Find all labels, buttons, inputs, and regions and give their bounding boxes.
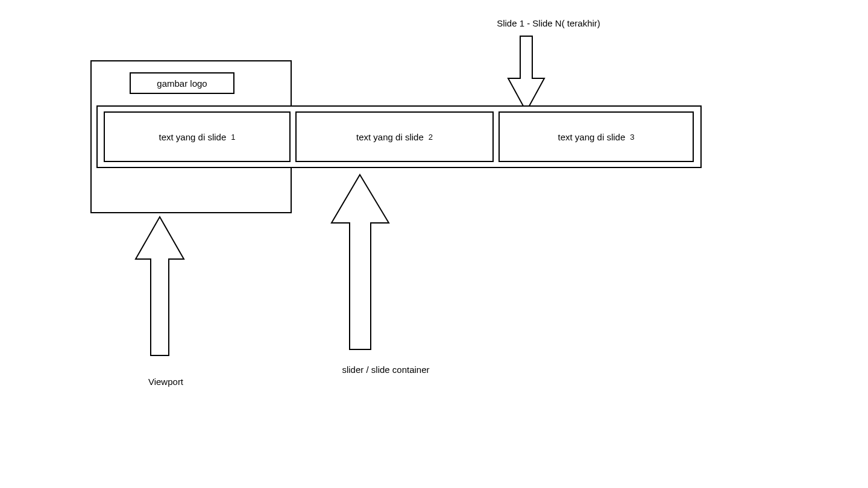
slide-3: text yang di slide 3 xyxy=(498,111,694,162)
slide-text: text yang di slide xyxy=(356,132,424,142)
arrow-down-icon xyxy=(508,36,544,114)
slide-number: 1 xyxy=(231,133,235,142)
logo-box: gambar logo xyxy=(130,72,234,94)
slide-number: 2 xyxy=(429,133,433,142)
slide-number: 3 xyxy=(630,133,634,142)
slide-text: text yang di slide xyxy=(558,132,626,142)
annotation-slider-container: slider / slide container xyxy=(326,364,446,375)
logo-label: gambar logo xyxy=(157,78,207,89)
diagram-canvas: Slide 1 - Slide N( terakhir) gambar logo… xyxy=(0,0,868,488)
arrow-up-viewport-icon xyxy=(136,217,184,355)
slide-2: text yang di slide 2 xyxy=(295,111,494,162)
arrow-up-container-icon xyxy=(332,175,389,349)
slide-text: text yang di slide xyxy=(159,132,227,142)
annotation-viewport: Viewport xyxy=(136,377,196,387)
annotation-slides-range: Slide 1 - Slide N( terakhir) xyxy=(470,18,627,28)
slide-1: text yang di slide 1 xyxy=(104,111,291,162)
